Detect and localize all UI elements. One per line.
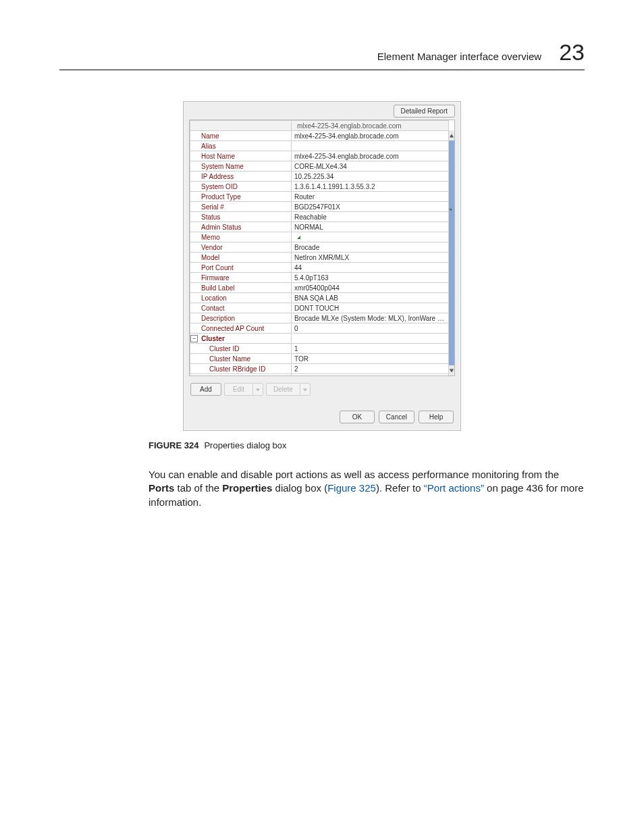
chapter-number: 23 — [559, 39, 585, 66]
prop-label: Serial # — [190, 202, 292, 212]
prop-label: Port Count — [190, 263, 292, 273]
add-button[interactable]: Add — [190, 383, 221, 396]
edit-dropdown-button — [252, 383, 263, 396]
prop-value: 10.25.225.34 — [292, 172, 449, 182]
prop-label: Product Type — [190, 192, 292, 202]
table-row: LocationBNA SQA LAB — [190, 293, 449, 303]
prop-label: Firmware — [190, 273, 292, 283]
prop-value: BNA SQA LAB — [292, 293, 449, 303]
prop-label: Model — [190, 253, 292, 263]
edit-split-button: Edit — [224, 383, 263, 396]
figure-caption: FIGURE 324Properties dialog box — [149, 440, 585, 450]
prop-label: Admin Status — [190, 222, 292, 232]
prop-value: xmr05400p044 — [292, 283, 449, 293]
prop-value: mlxe4-225-34.englab.brocade.com — [292, 131, 449, 141]
prop-label: Cluster Name — [190, 354, 292, 364]
prop-value: Deployed — [292, 374, 449, 377]
prop-value: NORMAL — [292, 222, 449, 232]
prop-value[interactable] — [292, 141, 449, 151]
page-header: Element Manager interface overview 23 — [59, 39, 585, 70]
prop-label: Memo — [190, 232, 292, 242]
port-actions-link[interactable]: “Port actions” — [424, 482, 484, 494]
table-header-row: mlxe4-225-34.englab.brocade.com — [190, 121, 449, 131]
prop-value: mlxe4-225-34.englab.brocade.com — [292, 151, 449, 161]
prop-value: Router — [292, 192, 449, 202]
table-row: StatusReachable — [190, 212, 449, 222]
prop-value[interactable] — [292, 232, 449, 242]
table-row: Port Count44 — [190, 263, 449, 273]
section-label[interactable]: − Cluster — [190, 334, 292, 344]
table-row: Serial #BGD2547F01X — [190, 202, 449, 212]
table-row: Connected AP Count0 — [190, 323, 449, 334]
svg-marker-1 — [450, 369, 454, 372]
table-row: Cluster NameTOR — [190, 354, 449, 364]
prop-value: 1 — [292, 344, 449, 354]
edit-button: Edit — [224, 383, 252, 396]
cancel-button[interactable]: Cancel — [379, 411, 414, 423]
table-row: Cluster ID1 — [190, 344, 449, 354]
table-row: Cluster RBridge ID2 — [190, 364, 449, 374]
ok-button[interactable]: OK — [340, 411, 375, 423]
svg-marker-2 — [256, 388, 260, 391]
memo-edit-icon[interactable] — [297, 236, 300, 239]
header-title: Element Manager interface overview — [377, 51, 541, 62]
help-button[interactable]: Help — [419, 411, 454, 423]
table-row: System NameCORE-MLXe4.34 — [190, 161, 449, 172]
table-row: Product TypeRouter — [190, 192, 449, 202]
prop-label: Name — [190, 131, 292, 141]
prop-value: NetIron XMR/MLX — [292, 253, 449, 263]
delete-button: Delete — [266, 383, 300, 396]
table-row: Admin StatusNORMAL — [190, 222, 449, 232]
prop-label: Cluster State — [190, 374, 292, 377]
prop-label: Cluster ID — [190, 344, 292, 354]
scroll-up-button[interactable] — [449, 130, 454, 140]
prop-label: Host Name — [190, 151, 292, 161]
table-row: DescriptionBrocade MLXe (System Mode: ML… — [190, 313, 449, 323]
delete-dropdown-button — [300, 383, 311, 396]
detailed-report-button[interactable]: Detailed Report — [394, 105, 455, 118]
prop-label: Status — [190, 212, 292, 222]
prop-value: Reachable — [292, 212, 449, 222]
prop-value: Brocade MLXe (System Mode: MLX), IronWar… — [292, 313, 449, 323]
prop-value: Brocade — [292, 242, 449, 253]
column-header: mlxe4-225-34.englab.brocade.com — [292, 121, 449, 131]
figure-link[interactable]: Figure 325 — [327, 482, 376, 494]
prop-value: 1.3.6.1.4.1.1991.1.3.55.3.2 — [292, 182, 449, 192]
prop-label: Cluster RBridge ID — [190, 364, 292, 374]
prop-value: DONT TOUCH — [292, 303, 449, 313]
table-row: Cluster StateDeployed — [190, 374, 449, 377]
table-row: VendorBrocade — [190, 242, 449, 253]
prop-value: 5.4.0pT163 — [292, 273, 449, 283]
table-row: Build Labelxmr05400p044 — [190, 283, 449, 293]
prop-label: System OID — [190, 182, 292, 192]
prop-value: CORE-MLXe4.34 — [292, 161, 449, 172]
table-row: Firmware5.4.0pT163 — [190, 273, 449, 283]
cluster-section-row[interactable]: − Cluster — [190, 334, 449, 344]
figure-title: Properties dialog box — [204, 440, 286, 450]
prop-label: Build Label — [190, 283, 292, 293]
figure-container: Detailed Report mlxe4-225-34.englab.broc… — [183, 101, 461, 431]
prop-label: Alias — [190, 141, 292, 151]
table-row: IP Address10.25.225.34 — [190, 172, 449, 182]
table-row: ContactDONT TOUCH — [190, 303, 449, 313]
body-paragraph: You can enable and disable port actions … — [149, 468, 585, 509]
action-button-row: Add Edit Delete — [184, 376, 460, 398]
figure-number: FIGURE 324 — [149, 440, 198, 450]
table-row: ModelNetIron XMR/MLX — [190, 253, 449, 263]
prop-value: 0 — [292, 323, 449, 334]
dialog-toolbar: Detailed Report — [184, 102, 460, 120]
prop-label: Vendor — [190, 242, 292, 253]
svg-marker-3 — [303, 388, 307, 391]
table-row: Alias — [190, 141, 449, 151]
prop-label: Description — [190, 313, 292, 323]
prop-label: Connected AP Count — [190, 323, 292, 334]
collapse-icon[interactable]: − — [190, 335, 198, 342]
prop-value: BGD2547F01X — [292, 202, 449, 212]
prop-label: IP Address — [190, 172, 292, 182]
prop-label: Location — [190, 293, 292, 303]
vertical-scrollbar[interactable] — [449, 130, 454, 375]
table-row: Namemlxe4-225-34.englab.brocade.com — [190, 131, 449, 141]
table-row: Host Namemlxe4-225-34.englab.brocade.com — [190, 151, 449, 161]
delete-split-button: Delete — [266, 383, 311, 396]
scroll-down-button[interactable] — [449, 365, 454, 375]
